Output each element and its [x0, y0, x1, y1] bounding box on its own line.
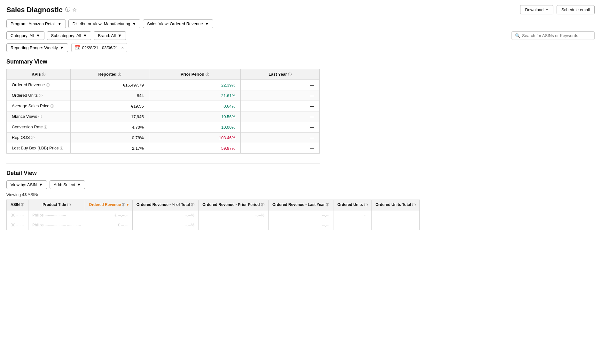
view-by-filter[interactable]: View by: ASIN ▼: [6, 180, 47, 189]
units-info-icon[interactable]: ⓘ: [364, 203, 368, 207]
table-row: —: [241, 143, 320, 154]
chevron-down-icon: ▼: [60, 45, 64, 50]
chevron-down-icon: ▼: [39, 182, 43, 187]
table-row: 10.00%: [149, 122, 240, 133]
list-item: [371, 220, 419, 230]
date-range-badge: 📅 02/28/21 - 03/06/21 ×: [71, 43, 127, 52]
list-item: B0 ···· ··: [7, 210, 28, 220]
category-filter[interactable]: Category: All ▼: [6, 31, 44, 40]
chevron-down-icon: ▼: [83, 33, 87, 38]
summary-title: Summary View: [6, 58, 595, 65]
list-item: [199, 220, 269, 230]
page-title: Sales Diagnostic: [6, 6, 63, 14]
col-ordered-rev-pct: Ordered Revenue - % of Total ⓘ: [132, 200, 198, 210]
info-icon[interactable]: ⓘ: [65, 6, 70, 13]
summary-table: KPIs ⓘ Reported ⓘ Prior Period ⓘ Last Ye…: [6, 69, 320, 154]
detail-table-wrapper: ASIN ⓘ Product Title ⓘ Ordered Revenue ⓘ…: [6, 200, 595, 230]
asin-count: 43: [22, 192, 27, 197]
col-ordered-units-total: Ordered Units Total ⓘ: [371, 200, 419, 210]
list-item: ··,···%: [199, 210, 269, 220]
detail-section: Detail View View by: ASIN ▼ Add: Select …: [6, 170, 595, 230]
col-last-year: Last Year ⓘ: [241, 69, 320, 80]
kpi-info-icon[interactable]: ⓘ: [38, 115, 42, 118]
list-item: [371, 210, 419, 220]
table-row: 59.87%: [149, 143, 240, 154]
sales-view-filter[interactable]: Sales View: Ordered Revenue ▼: [143, 19, 213, 28]
prior-period-info-icon[interactable]: ⓘ: [206, 72, 209, 76]
filters-row-1: Program: Amazon Retail ▼ Distributor Vie…: [6, 19, 595, 28]
kpi-info-icon[interactable]: ⓘ: [51, 104, 54, 108]
reported-info-icon[interactable]: ⓘ: [118, 72, 121, 76]
kpi-info-icon[interactable]: ⓘ: [44, 125, 47, 129]
col-kpis: KPIs ⓘ: [7, 69, 71, 80]
kpi-info-icon[interactable]: ⓘ: [31, 136, 35, 140]
table-row: 22.39%: [149, 80, 240, 90]
table-row: —: [241, 133, 320, 143]
table-row: 844: [71, 90, 149, 101]
col-product-title: Product Title ⓘ: [28, 200, 85, 210]
table-row: —: [241, 90, 320, 101]
download-button[interactable]: Download ▼: [520, 5, 553, 14]
star-icon[interactable]: ☆: [72, 7, 77, 13]
table-row: 0.78%: [71, 133, 149, 143]
detail-table: ASIN ⓘ Product Title ⓘ Ordered Revenue ⓘ…: [6, 200, 420, 230]
table-row: —: [241, 101, 320, 111]
table-row: 0.64%: [149, 101, 240, 111]
detail-filters: View by: ASIN ▼ Add: Select ▼: [6, 180, 595, 189]
search-input[interactable]: [522, 33, 591, 38]
program-filter[interactable]: Program: Amazon Retail ▼: [6, 19, 66, 28]
table-row: Average Sales Price ⓘ: [7, 101, 71, 111]
list-item: ··.···%: [132, 220, 198, 230]
prior-info-icon[interactable]: ⓘ: [261, 203, 264, 207]
table-row: —: [241, 111, 320, 122]
chevron-down-icon: ▼: [58, 21, 62, 26]
list-item: ···: [333, 210, 371, 220]
table-row: 10.56%: [149, 111, 240, 122]
distributor-view-filter[interactable]: Distributor View: Manufacturing ▼: [68, 19, 140, 28]
table-row: Lost Buy Box (LBB) Price ⓘ: [7, 143, 71, 154]
date-range-close[interactable]: ×: [121, 45, 124, 50]
schedule-email-button[interactable]: Schedule email: [557, 5, 595, 14]
table-row: Conversion Rate ⓘ: [7, 122, 71, 133]
add-select-filter[interactable]: Add: Select ▼: [50, 180, 85, 189]
table-row: €19.55: [71, 101, 149, 111]
last-year-det-info-icon[interactable]: ⓘ: [326, 203, 329, 207]
pct-info-icon[interactable]: ⓘ: [191, 203, 194, 207]
col-ordered-rev-last-year: Ordered Revenue - Last Year ⓘ: [268, 200, 333, 210]
chevron-down-icon: ▼: [205, 21, 209, 26]
list-item: ··.···%: [132, 210, 198, 220]
reporting-range-filter[interactable]: Reporting Range: Weekly ▼: [6, 43, 68, 52]
chevron-down-icon: ▼: [118, 33, 122, 38]
summary-section: Summary View KPIs ⓘ Reported ⓘ Prior Per…: [6, 58, 595, 154]
table-row: Ordered Revenue ⓘ: [7, 80, 71, 90]
last-year-info-icon[interactable]: ⓘ: [288, 72, 292, 76]
section-divider: [6, 163, 320, 163]
chevron-down-icon: ▼: [545, 8, 549, 11]
kpi-info-icon[interactable]: ⓘ: [46, 83, 50, 87]
chevron-down-icon: ▼: [36, 33, 40, 38]
table-row: 2.17%: [71, 143, 149, 154]
list-item: B0 ···· ··: [7, 220, 28, 230]
list-item: ···,···: [268, 210, 333, 220]
kpi-info-icon[interactable]: ⓘ: [60, 146, 63, 150]
list-item: ···,···: [268, 220, 333, 230]
search-icon: 🔍: [515, 33, 520, 38]
table-row: 17,945: [71, 111, 149, 122]
product-title-info-icon[interactable]: ⓘ: [67, 203, 71, 207]
chevron-down-icon: ▼: [132, 21, 136, 26]
chevron-down-icon: ▼: [77, 182, 81, 187]
units-total-info-icon[interactable]: ⓘ: [412, 203, 416, 207]
asin-info-icon[interactable]: ⓘ: [21, 203, 24, 207]
calendar-icon: 📅: [75, 45, 80, 50]
brand-filter[interactable]: Brand: All ▼: [94, 31, 126, 40]
date-row: Reporting Range: Weekly ▼ 📅 02/28/21 - 0…: [6, 43, 595, 52]
kpi-info-icon[interactable]: ⓘ: [39, 94, 43, 97]
col-ordered-revenue[interactable]: Ordered Revenue ⓘ ▾: [85, 200, 133, 210]
detail-title: Detail View: [6, 170, 595, 177]
list-item: Philips ·············· ·····: [28, 210, 85, 220]
table-row: 21.61%: [149, 90, 240, 101]
subcategory-filter[interactable]: Subcategory: All ▼: [47, 31, 91, 40]
table-row: —: [241, 80, 320, 90]
table-row: —: [241, 122, 320, 133]
kpis-info-icon[interactable]: ⓘ: [42, 72, 45, 76]
